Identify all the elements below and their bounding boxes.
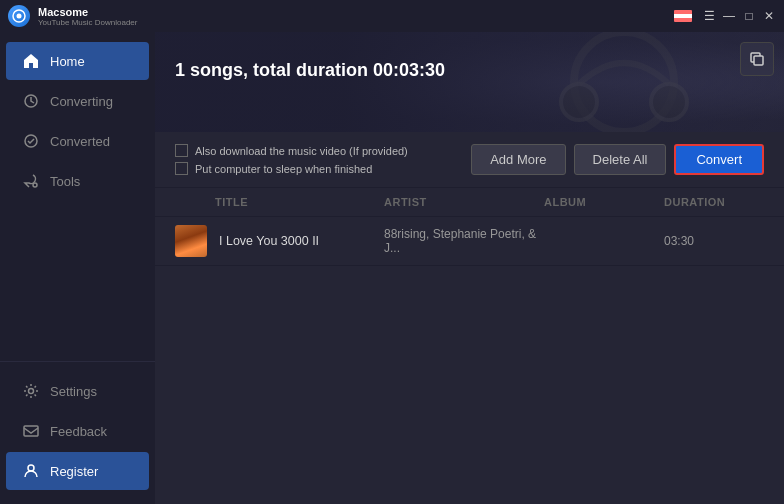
main-layout: Home Converting Conver bbox=[0, 32, 784, 504]
svg-point-7 bbox=[28, 465, 34, 471]
track-artist: 88rising, Stephanie Poetri, & J... bbox=[384, 227, 544, 255]
track-thumbnail bbox=[175, 225, 215, 257]
converted-icon bbox=[22, 132, 40, 150]
action-buttons: Add More Delete All Convert bbox=[471, 144, 764, 175]
sidebar-label-settings: Settings bbox=[50, 384, 97, 399]
checkbox-download-video[interactable]: Also download the music video (If provid… bbox=[175, 144, 408, 157]
register-icon bbox=[22, 462, 40, 480]
sidebar: Home Converting Conver bbox=[0, 32, 155, 504]
col-header-title: TITLE bbox=[215, 196, 384, 208]
delete-all-button[interactable]: Delete All bbox=[574, 144, 667, 175]
sidebar-label-home: Home bbox=[50, 54, 85, 69]
table-row: I Love You 3000 II 88rising, Stephanie P… bbox=[155, 217, 784, 266]
close-button[interactable]: ✕ bbox=[762, 9, 776, 23]
feedback-icon bbox=[22, 422, 40, 440]
hero-area: 1 songs, total duration 00:03:30 bbox=[155, 32, 784, 132]
sidebar-item-converting[interactable]: Converting bbox=[6, 82, 149, 120]
svg-rect-6 bbox=[24, 426, 38, 436]
track-duration: 03:30 bbox=[664, 234, 764, 248]
sidebar-item-tools[interactable]: Tools bbox=[6, 162, 149, 200]
sidebar-bottom: Settings Feedback Regi bbox=[0, 361, 155, 504]
sidebar-label-tools: Tools bbox=[50, 174, 80, 189]
col-header-thumb bbox=[175, 196, 215, 208]
minimize-button[interactable]: — bbox=[722, 9, 736, 23]
svg-point-5 bbox=[29, 389, 34, 394]
menu-button[interactable]: ☰ bbox=[702, 9, 716, 23]
app-name: Macsome bbox=[38, 6, 137, 18]
sidebar-label-converted: Converted bbox=[50, 134, 110, 149]
add-more-button[interactable]: Add More bbox=[471, 144, 565, 175]
maximize-button[interactable]: □ bbox=[742, 9, 756, 23]
title-bar: Macsome YouTube Music Downloader ☰ — □ ✕ bbox=[0, 0, 784, 32]
settings-icon bbox=[22, 382, 40, 400]
checkbox-sleep[interactable]: Put computer to sleep when finished bbox=[175, 162, 408, 175]
sidebar-nav: Home Converting Conver bbox=[0, 32, 155, 361]
svg-point-1 bbox=[17, 14, 22, 19]
sidebar-item-converted[interactable]: Converted bbox=[6, 122, 149, 160]
checkbox-sleep-box[interactable] bbox=[175, 162, 188, 175]
track-title: I Love You 3000 II bbox=[215, 234, 384, 248]
svg-rect-11 bbox=[754, 56, 763, 65]
col-header-album: ALBUM bbox=[544, 196, 664, 208]
hero-title: 1 songs, total duration 00:03:30 bbox=[175, 60, 764, 81]
content-area: 1 songs, total duration 00:03:30 Also do… bbox=[155, 32, 784, 504]
col-header-duration: DURATION bbox=[664, 196, 764, 208]
table-header: TITLE ARTIST ALBUM DURATION bbox=[155, 188, 784, 217]
sidebar-label-register: Register bbox=[50, 464, 98, 479]
tools-icon bbox=[22, 172, 40, 190]
sidebar-item-register[interactable]: Register bbox=[6, 452, 149, 490]
sidebar-item-home[interactable]: Home bbox=[6, 42, 149, 80]
tracks-table: TITLE ARTIST ALBUM DURATION I Love You 3… bbox=[155, 188, 784, 504]
sidebar-label-feedback: Feedback bbox=[50, 424, 107, 439]
hero-content: 1 songs, total duration 00:03:30 bbox=[155, 32, 784, 97]
convert-button[interactable]: Convert bbox=[674, 144, 764, 175]
col-header-artist: ARTIST bbox=[384, 196, 544, 208]
flag-icon bbox=[674, 10, 692, 22]
sidebar-item-settings[interactable]: Settings bbox=[6, 372, 149, 410]
corner-copy-button[interactable] bbox=[740, 42, 774, 76]
titlebar-controls: ☰ — □ ✕ bbox=[674, 9, 776, 23]
checkbox-sleep-label: Put computer to sleep when finished bbox=[195, 163, 372, 175]
options-checkboxes: Also download the music video (If provid… bbox=[175, 144, 408, 175]
app-subtitle: YouTube Music Downloader bbox=[38, 18, 137, 27]
home-icon bbox=[22, 52, 40, 70]
checkbox-video-box[interactable] bbox=[175, 144, 188, 157]
sidebar-item-feedback[interactable]: Feedback bbox=[6, 412, 149, 450]
sidebar-label-converting: Converting bbox=[50, 94, 113, 109]
controls-bar: Also download the music video (If provid… bbox=[155, 132, 784, 188]
checkbox-video-label: Also download the music video (If provid… bbox=[195, 145, 408, 157]
converting-icon bbox=[22, 92, 40, 110]
svg-point-4 bbox=[33, 183, 37, 187]
app-logo bbox=[8, 5, 30, 27]
